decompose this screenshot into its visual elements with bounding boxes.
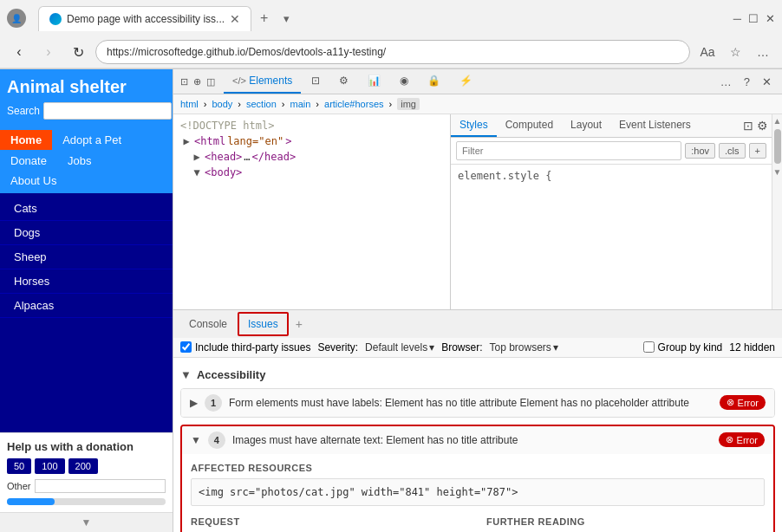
search-input[interactable] (43, 102, 172, 120)
request-column: REQUEST https://microsoftedge.github.io/… (191, 516, 469, 533)
issue-item-1: ▶ 1 Form elements must have labels: Elem… (180, 388, 775, 418)
category-alpacas[interactable]: Alpacas (0, 294, 173, 318)
forward-button[interactable]: › (36, 40, 61, 64)
breadcrumb-article[interactable]: article#horses (324, 99, 383, 109)
pick-element-icon[interactable]: ⊕ (193, 76, 201, 88)
browser-chrome: 👤 Demo page with accessibility iss... ✕ … (0, 0, 782, 69)
favorites-icon[interactable]: ☆ (723, 40, 747, 64)
reader-mode-icon[interactable]: Aa (695, 40, 720, 64)
close-tab-button[interactable]: ✕ (230, 12, 240, 26)
group-by-kind-text: Group by kind (658, 341, 723, 354)
issue-2-expand-arrow[interactable]: ▼ (191, 434, 201, 446)
hov-filter-button[interactable]: :hov (685, 143, 715, 159)
devtools-help-button[interactable]: ? (740, 72, 753, 92)
device-toggle-icon[interactable]: ◫ (206, 76, 215, 88)
styles-tab-event-listeners[interactable]: Event Listeners (610, 114, 700, 137)
styles-tab-computed[interactable]: Computed (497, 114, 562, 137)
amount-50-button[interactable]: 50 (7, 458, 31, 474)
address-bar-row: ‹ › ↻ Aa ☆ … (0, 36, 782, 68)
jobs-nav-button[interactable]: Jobs (57, 152, 101, 170)
category-horses[interactable]: Horses (0, 269, 173, 294)
category-sheep[interactable]: Sheep (0, 245, 173, 269)
new-tab-button[interactable]: + (251, 5, 277, 31)
close-button[interactable]: ✕ (766, 12, 775, 25)
devtools-tab-application[interactable]: ◉ (391, 69, 417, 94)
amount-200-button[interactable]: 200 (68, 458, 98, 474)
devtools-tab-elements[interactable]: </> Elements (224, 69, 301, 94)
devtools-panel: ⊡ ⊕ ◫ </> Elements ⊡ ⚙ 📊 ◉ 🔒 ⚡ … ? ✕ htm… (173, 69, 782, 532)
other-amount-input[interactable] (35, 479, 166, 493)
styles-tab-layout[interactable]: Layout (562, 114, 610, 137)
styles-panel: Styles Computed Layout Event Listeners ⊡… (451, 114, 772, 309)
issue-1-expand-arrow[interactable]: ▶ (190, 397, 198, 409)
other-label: Other (7, 481, 31, 491)
issues-list: ▼ Accessibility ▶ 1 Form elements must h… (173, 358, 782, 533)
site-nav: Home Adopt a Pet Donate Jobs About Us (0, 127, 173, 193)
third-party-checkbox[interactable] (180, 341, 192, 353)
severity-dropdown[interactable]: Default levels ▾ (365, 341, 434, 354)
tree-body[interactable]: ▼ <body> (173, 165, 450, 180)
adopt-nav-button[interactable]: Adopt a Pet (52, 130, 132, 150)
home-nav-button[interactable]: Home (0, 130, 52, 150)
address-input[interactable] (95, 40, 690, 64)
breadcrumb-body[interactable]: body (212, 99, 232, 109)
breadcrumb-img[interactable]: img (397, 98, 420, 110)
amount-100-button[interactable]: 100 (35, 458, 64, 474)
about-nav-link[interactable]: About Us (0, 172, 173, 190)
donate-nav-button[interactable]: Donate (0, 152, 57, 170)
back-button[interactable]: ‹ (7, 40, 31, 64)
add-console-tab-button[interactable]: + (290, 313, 308, 335)
devtools-toolbar-right: … ? ✕ (717, 72, 775, 92)
styles-tab-styles[interactable]: Styles (451, 114, 497, 137)
devtools-scrollbar[interactable]: ▲ ▼ (772, 114, 782, 309)
issues-tab[interactable]: Issues (238, 312, 289, 336)
tree-head[interactable]: ▶ <head> … </head> (173, 149, 450, 165)
breadcrumb-html[interactable]: html (180, 99, 199, 109)
tabs-bar: Demo page with accessibility iss... ✕ + … (31, 5, 728, 31)
browser-dropdown-arrow: ▾ (553, 341, 558, 354)
devtools-close-button[interactable]: ✕ (759, 72, 775, 92)
category-dogs[interactable]: Dogs (0, 221, 173, 245)
issue-2-details: AFFECTED RESOURCES <img src="photos/cat.… (182, 454, 773, 533)
window-controls: ─ ☐ ✕ (733, 12, 775, 25)
styles-icon-2[interactable]: ⚙ (757, 119, 768, 133)
devtools-tab-network[interactable]: ⊡ (303, 69, 329, 94)
refresh-button[interactable]: ↻ (66, 40, 90, 64)
add-style-button[interactable]: + (749, 143, 766, 159)
third-party-checkbox-label[interactable]: Include third-party issues (180, 341, 310, 354)
group-by-kind-checkbox[interactable] (643, 341, 655, 353)
category-cats[interactable]: Cats (0, 197, 173, 221)
breadcrumb-section[interactable]: section (246, 99, 277, 109)
accessibility-expand[interactable]: ▼ (180, 368, 192, 381)
minimize-button[interactable]: ─ (733, 12, 741, 25)
devtools-tab-memory[interactable]: 📊 (359, 69, 389, 94)
devtools-more-button[interactable]: … (717, 72, 735, 92)
inspect-icon[interactable]: ⊡ (180, 76, 188, 88)
further-reading-column: FURTHER READING Learn more about this ax… (486, 516, 765, 533)
issue-2-header[interactable]: ▼ 4 Images must have alternate text: Ele… (182, 426, 773, 454)
browser-tab-active[interactable]: Demo page with accessibility iss... ✕ (38, 6, 251, 31)
scroll-down-button[interactable]: ▼ (773, 167, 782, 177)
devtools-tab-lighthouse[interactable]: ⚡ (451, 69, 481, 94)
console-tab[interactable]: Console (180, 314, 236, 334)
issue-1-header[interactable]: ▶ 1 Form elements must have labels: Elem… (181, 389, 774, 417)
progress-bar-fill (7, 498, 55, 505)
devtools-tab-security[interactable]: 🔒 (419, 69, 449, 94)
more-tools-icon[interactable]: … (751, 40, 775, 64)
styles-filter-input[interactable] (456, 141, 681, 160)
other-amount-row: Other (7, 479, 166, 493)
browser-dropdown[interactable]: Top browsers ▾ (489, 341, 557, 354)
group-by-kind-label[interactable]: Group by kind (643, 341, 723, 354)
maximize-button[interactable]: ☐ (748, 12, 759, 25)
issue-1-error-badge: ⊗ Error (720, 395, 766, 410)
user-avatar: 👤 (7, 9, 26, 28)
scroll-down-indicator[interactable]: ▼ (0, 512, 173, 532)
tabs-dropdown[interactable]: ▾ (277, 7, 297, 30)
scroll-up-button[interactable]: ▲ (773, 116, 782, 126)
tree-html[interactable]: ▶ <html lang="en" > (173, 133, 450, 149)
devtools-tab-sources[interactable]: ⚙ (330, 69, 357, 94)
scroll-thumb[interactable] (774, 129, 781, 164)
styles-icon-1[interactable]: ⊡ (743, 119, 753, 133)
breadcrumb-main[interactable]: main (290, 99, 311, 109)
cls-filter-button[interactable]: .cls (719, 143, 746, 159)
